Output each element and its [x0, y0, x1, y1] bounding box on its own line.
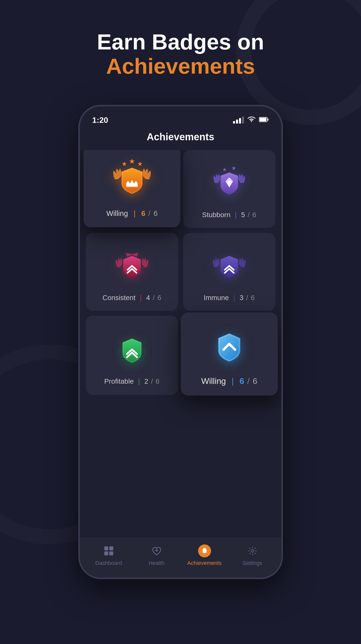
nav-item-settings[interactable]: Settings: [229, 544, 276, 566]
nav-label-achievements: Achievements: [187, 560, 222, 566]
svg-rect-1: [268, 118, 269, 120]
badge-label-willing-blue: Willing | 6 / 6: [201, 376, 257, 386]
badge-icon-willing-main: ★ ★ ★: [108, 156, 155, 203]
phone-frame: 1:20: [78, 105, 283, 579]
badge-card-consistent[interactable]: Consistent | 4 / 6: [86, 233, 178, 311]
nav-item-health[interactable]: Health: [133, 544, 181, 566]
badge-card-willing-blue[interactable]: Willing | 6 / 6: [181, 312, 278, 396]
nav-label-dashboard: Dashboard: [95, 560, 122, 566]
scroll-content[interactable]: ★ ★ ★: [80, 150, 281, 542]
svg-rect-9: [109, 546, 113, 550]
badge-card-immune[interactable]: Immune | 3 / 6: [183, 233, 275, 311]
wifi-icon: [248, 116, 256, 124]
badge-icon-stubborn: ★ ★: [207, 160, 252, 205]
page-title: Achievements: [80, 126, 281, 150]
header-line2: Achievements: [0, 54, 361, 78]
achievements-grid: ★ ★ ★: [80, 150, 281, 395]
svg-text:★: ★: [222, 167, 227, 172]
badge-card-willing-main[interactable]: ★ ★ ★: [83, 150, 180, 227]
badge-card-stubborn[interactable]: ★ ★: [183, 150, 275, 228]
achievements-icon: [198, 544, 211, 558]
health-icon: [150, 544, 163, 558]
status-time: 1:20: [92, 116, 108, 125]
svg-rect-2: [260, 118, 267, 121]
svg-rect-8: [104, 546, 108, 550]
header-section: Earn Badges on Achievements: [0, 30, 361, 78]
svg-text:★: ★: [121, 160, 127, 167]
svg-text:★: ★: [231, 165, 236, 171]
badge-icon-willing-blue: [206, 323, 253, 370]
badge-label-profitable: Profitable | 2 / 6: [104, 378, 160, 386]
svg-text:★: ★: [129, 158, 135, 165]
signal-icon: [233, 116, 244, 124]
svg-rect-11: [109, 552, 113, 556]
nav-label-health: Health: [149, 560, 165, 566]
badge-icon-profitable: [109, 326, 154, 372]
nav-label-settings: Settings: [243, 560, 263, 566]
status-bar: 1:20: [80, 106, 281, 126]
badge-label-stubborn: Stubborn | 5 / 6: [202, 211, 256, 219]
badge-card-profitable[interactable]: Profitable | 2 / 6: [86, 316, 178, 395]
badge-label-consistent: Consistent | 4 / 6: [102, 294, 161, 302]
settings-icon: [246, 544, 259, 558]
nav-item-achievements[interactable]: Achievements: [181, 544, 229, 566]
phone-screen: 1:20: [80, 106, 281, 578]
svg-text:★: ★: [137, 160, 143, 167]
badge-icon-immune: [207, 243, 252, 288]
svg-point-14: [251, 550, 254, 552]
status-icons: [233, 116, 269, 124]
badge-icon-consistent: [109, 243, 154, 288]
dashboard-icon: [102, 544, 115, 558]
nav-item-dashboard[interactable]: Dashboard: [85, 544, 133, 566]
badge-label-immune: Immune | 3 / 6: [204, 294, 255, 302]
svg-rect-10: [104, 552, 108, 556]
badge-label-willing-main: Willing | 6 / 6: [106, 210, 158, 218]
bottom-nav: Dashboard Health: [80, 538, 281, 578]
header-line1: Earn Badges on: [0, 30, 361, 54]
battery-icon: [259, 117, 269, 123]
